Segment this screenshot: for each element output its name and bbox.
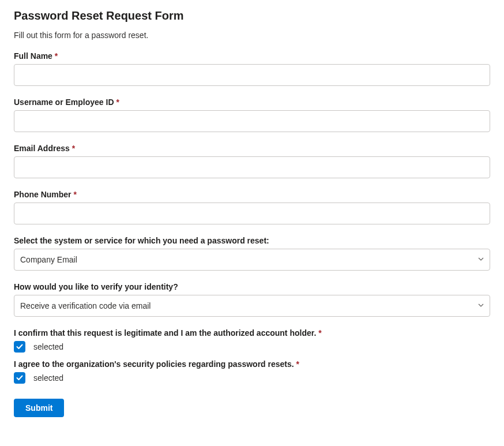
required-marker: * [72, 144, 75, 153]
system-label: Select the system or service for which y… [14, 236, 490, 245]
page-subtitle: Fill out this form for a password reset. [14, 31, 490, 40]
confirm-checkbox[interactable] [14, 341, 25, 353]
required-marker: * [116, 98, 119, 107]
required-marker: * [55, 51, 58, 61]
check-icon [16, 374, 24, 382]
email-input[interactable] [14, 156, 490, 178]
label-text: I confirm that this request is legitimat… [14, 328, 316, 338]
required-marker: * [296, 359, 299, 369]
system-selected-value: Company Email [20, 255, 77, 264]
verify-select[interactable]: Receive a verification code via email [14, 295, 490, 317]
label-text: Full Name [14, 51, 52, 61]
check-icon [16, 343, 24, 351]
full-name-label: Full Name * [14, 51, 490, 61]
agree-state: selected [33, 373, 63, 383]
verify-label: How would you like to verify your identi… [14, 282, 490, 291]
confirm-state: selected [33, 342, 63, 351]
agree-checkbox[interactable] [14, 372, 25, 384]
phone-input[interactable] [14, 203, 490, 224]
submit-button[interactable]: Submit [14, 399, 64, 417]
label-text: Email Address [14, 144, 70, 153]
confirm-label: I confirm that this request is legitimat… [14, 328, 490, 338]
phone-label: Phone Number * [14, 190, 490, 199]
agree-label: I agree to the organization's security p… [14, 359, 490, 369]
username-input[interactable] [14, 110, 490, 132]
full-name-input[interactable] [14, 64, 490, 86]
verify-selected-value: Receive a verification code via email [20, 301, 151, 310]
email-label: Email Address * [14, 144, 490, 153]
username-label: Username or Employee ID * [14, 98, 490, 107]
required-marker: * [318, 328, 321, 338]
system-select[interactable]: Company Email [14, 249, 490, 271]
required-marker: * [73, 190, 76, 199]
label-text: I agree to the organization's security p… [14, 359, 294, 369]
label-text: Username or Employee ID [14, 98, 114, 107]
label-text: Phone Number [14, 190, 72, 199]
page-title: Password Reset Request Form [14, 9, 490, 23]
